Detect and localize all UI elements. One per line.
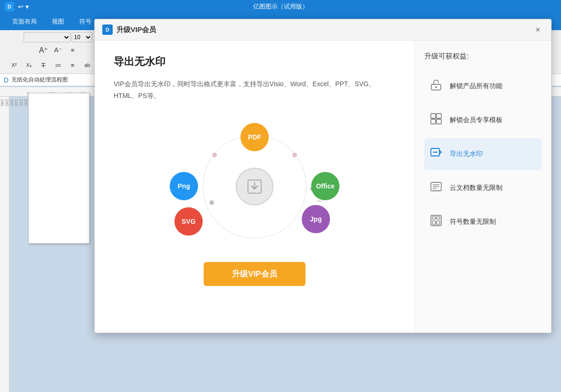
benefit-cloud-docs[interactable]: 云文档数量无限制: [424, 172, 542, 204]
benefit-symbols-label: 符号数量无限制: [450, 218, 496, 226]
templates-icon: [429, 113, 443, 128]
symbols-icon: [429, 214, 443, 229]
benefit-templates-label: 解锁会员专享模板: [450, 116, 503, 124]
node-office: Office: [311, 172, 339, 200]
svg-rect-16: [437, 221, 440, 224]
svg-rect-6: [437, 119, 441, 124]
benefits-title: 升级可获权益:: [424, 52, 542, 61]
svg-rect-15: [432, 221, 436, 224]
dialog-header: D 升级VIP会员 ×: [95, 19, 551, 41]
dot-6: [212, 153, 217, 157]
svg-rect-13: [432, 217, 436, 219]
node-svg: SVG: [174, 207, 203, 236]
benefit-templates[interactable]: 解锁会员专享模板: [424, 104, 542, 136]
node-pdf: PDF: [240, 123, 269, 151]
svg-rect-14: [437, 217, 440, 219]
svg-point-2: [435, 86, 437, 88]
export-description: VIP会员导出无水印，同时导出格式更丰富，支持导出Visio、Word、Exce…: [114, 78, 396, 102]
export-watermark-icon: [429, 147, 443, 162]
node-jpg: Jpg: [302, 205, 330, 233]
cloud-docs-icon: [429, 180, 443, 196]
export-diagram: PDF Office Jpg SVG Png ···: [179, 125, 330, 248]
benefit-unlock-all[interactable]: 解锁产品所有功能: [424, 70, 542, 102]
diagram-area: PDF Office Jpg SVG Png ···: [114, 125, 396, 248]
node-png: Png: [170, 172, 198, 200]
svg-rect-3: [431, 114, 436, 118]
dialog-right-panel: 升级可获权益: 解锁产品所有功能: [414, 41, 551, 333]
vip-dialog: D 升级VIP会员 × 导出无水印 VIP会员导出无水印，同时导出格式更丰富，支…: [94, 19, 552, 333]
dot-1: [292, 153, 297, 157]
lock-open-icon: [429, 79, 443, 94]
export-svg-icon: [246, 178, 263, 195]
dialog-close-button[interactable]: ×: [532, 24, 544, 35]
export-title: 导出无水印: [114, 55, 165, 69]
dialog-left-panel: 导出无水印 VIP会员导出无水印，同时导出格式更丰富，支持导出Visio、Wor…: [95, 41, 414, 333]
benefit-cloud-label: 云文档数量无限制: [450, 184, 503, 192]
benefit-export-watermark[interactable]: 导出无水印: [424, 138, 542, 170]
upgrade-vip-button[interactable]: 升级VIP会员: [204, 262, 305, 286]
dialog-body: 导出无水印 VIP会员导出无水印，同时导出格式更丰富，支持导出Visio、Wor…: [95, 41, 551, 333]
center-export-icon: [236, 168, 273, 205]
dialog-title-group: D 升级VIP会员: [102, 24, 156, 35]
dialog-title-text: 升级VIP会员: [116, 25, 156, 34]
dialog-title-icon: D: [102, 24, 113, 35]
svg-rect-4: [437, 114, 441, 118]
benefit-export-label: 导出无水印: [450, 150, 483, 158]
svg-rect-5: [431, 119, 436, 124]
benefit-symbols[interactable]: 符号数量无限制: [424, 206, 542, 238]
benefit-unlock-all-label: 解锁产品所有功能: [450, 82, 503, 90]
dialog-overlay: D 升级VIP会员 × 导出无水印 VIP会员导出无水印，同时导出格式更丰富，支…: [0, 0, 561, 392]
upgrade-btn-container: 升级VIP会员: [114, 253, 396, 286]
